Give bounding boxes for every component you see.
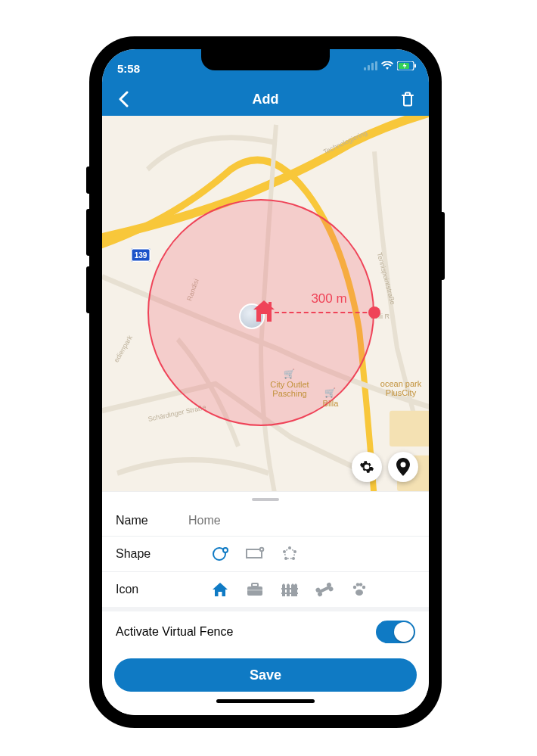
svg-rect-21 <box>247 590 262 591</box>
shape-circle-button[interactable] <box>211 545 229 563</box>
wifi-icon <box>381 60 393 73</box>
svg-point-30 <box>353 586 356 589</box>
svg-rect-19 <box>247 586 262 596</box>
svg-rect-7 <box>390 411 429 446</box>
center-pin-icon <box>249 296 279 326</box>
svg-point-13 <box>260 548 264 552</box>
home-indicator[interactable] <box>216 699 315 703</box>
svg-point-18 <box>283 550 286 553</box>
svg-point-16 <box>292 557 295 560</box>
location-pin-icon <box>396 458 411 476</box>
cellular-icon <box>364 60 377 73</box>
activate-row: Activate Virtual Fence <box>102 611 429 655</box>
svg-point-11 <box>223 548 228 552</box>
shape-row: Shape <box>102 537 429 572</box>
radius-line <box>275 312 374 313</box>
sheet-grabber[interactable] <box>252 498 279 501</box>
status-time: 5:58 <box>117 62 140 75</box>
map-settings-button[interactable] <box>352 452 382 482</box>
phone-screen: 5:58 <box>102 49 429 715</box>
shape-label: Shape <box>116 547 188 561</box>
svg-point-17 <box>284 557 287 560</box>
svg-rect-23 <box>281 593 298 594</box>
cart-icon: 🛒 <box>323 388 339 398</box>
svg-rect-12 <box>247 549 262 558</box>
icon-home-button[interactable] <box>211 580 229 599</box>
map-locate-button[interactable] <box>388 452 418 482</box>
poi-billa: 🛒 Billa <box>323 388 339 408</box>
svg-rect-1 <box>368 65 370 70</box>
svg-rect-9 <box>268 302 272 308</box>
name-input[interactable] <box>188 514 415 527</box>
svg-rect-2 <box>371 63 374 70</box>
delete-button[interactable] <box>397 89 418 110</box>
poi-city-outlet: 🛒 City Outlet Pasching <box>270 369 309 398</box>
shape-rectangle-button[interactable] <box>246 545 264 563</box>
svg-point-32 <box>359 583 362 586</box>
battery-icon <box>397 60 417 73</box>
back-button[interactable] <box>113 89 134 110</box>
nav-bar: Add <box>102 82 429 116</box>
radius-label: 300 m <box>311 291 346 306</box>
svg-rect-22 <box>281 588 298 590</box>
name-row: Name <box>102 506 429 537</box>
phone-frame: 5:58 <box>91 38 440 726</box>
svg-point-31 <box>356 583 359 586</box>
icon-briefcase-button[interactable] <box>246 580 264 599</box>
icon-label: Icon <box>116 583 188 596</box>
svg-rect-20 <box>252 583 258 586</box>
gear-icon <box>359 459 374 474</box>
phone-notch <box>201 49 330 70</box>
status-icons <box>364 60 417 73</box>
svg-point-14 <box>288 546 291 549</box>
nav-title: Add <box>134 92 397 107</box>
cart-icon: 🛒 <box>270 369 309 379</box>
svg-point-15 <box>293 550 296 553</box>
shape-polygon-button[interactable] <box>281 545 299 563</box>
svg-rect-0 <box>364 67 366 70</box>
save-button[interactable]: Save <box>114 658 417 692</box>
svg-rect-5 <box>414 64 416 68</box>
radius-handle[interactable] <box>368 306 380 319</box>
form-sheet: Name Shape <box>102 491 429 715</box>
icon-bone-button[interactable] <box>315 580 334 599</box>
svg-rect-3 <box>375 61 377 70</box>
activate-label: Activate Virtual Fence <box>116 625 233 639</box>
phone-power-button <box>440 212 445 280</box>
icon-row: Icon <box>102 572 429 607</box>
poi-ocean-park: ocean park PlusCity <box>380 379 421 397</box>
svg-point-29 <box>355 590 363 596</box>
road-shield-139: 139 <box>131 248 151 262</box>
map-view[interactable]: 139 Technologiering Randisi edienpark Sc… <box>102 116 429 491</box>
icon-pawprint-button[interactable] <box>350 580 368 599</box>
svg-point-33 <box>362 586 365 589</box>
activate-toggle[interactable] <box>376 621 415 643</box>
name-label: Name <box>116 514 188 527</box>
icon-fence-button[interactable] <box>281 580 299 599</box>
